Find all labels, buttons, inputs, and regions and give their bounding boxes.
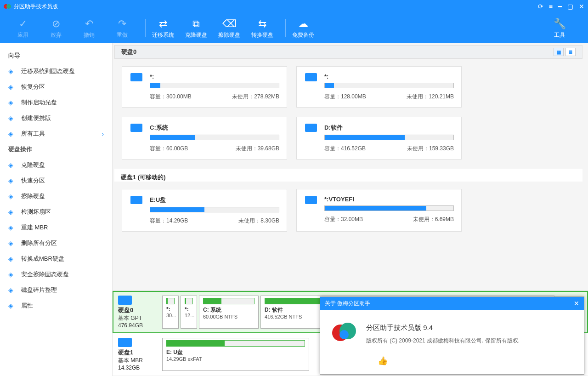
toolbar: ✓应用 ⊘放弃 ↶撤销 ↷重做 ⇄迁移系统 ⧉克隆硬盘 ⌫擦除硬盘 ⇆转换硬盘 … <box>0 13 588 43</box>
tools-button[interactable]: 🔧工具 <box>546 14 573 42</box>
disk-segment[interactable]: C: 系统 60.00GB NTFS <box>199 296 259 329</box>
create-portable-icon: ◈ <box>8 114 17 122</box>
window-title: 分区助手技术员版 <box>14 3 58 11</box>
all-tools-item[interactable]: ◈ 所有工具 › <box>0 126 112 142</box>
partition-card[interactable]: D:软件 容量：416.52GB 未使用：159.33GB <box>296 117 462 160</box>
disk1-map-size: 14.32GB <box>118 365 159 371</box>
redo-button: ↷重做 <box>108 14 136 42</box>
partition-name: *: <box>324 73 454 80</box>
wipe-disk-button[interactable]: ⌫擦除硬盘 <box>215 14 243 42</box>
migrate-icon: ⇄ <box>159 17 167 30</box>
make-boot-disc-icon: ◈ <box>8 99 17 106</box>
disk1-partitions: E:U盘 容量：14.29GB 未使用：8.30GB *:VTOYEFI 容量：… <box>113 182 584 239</box>
disk1-title: 硬盘1 (可移动的) <box>121 173 166 182</box>
wipe-icon: ⌫ <box>222 17 237 30</box>
sidebar: 向导 ◈ 迁移系统到固态硬盘 ◈ 恢复分区 ◈ 制作启动光盘 ◈ 创建便携版 ◈… <box>0 43 113 376</box>
defrag-icon: ◈ <box>8 286 17 294</box>
chevron-right-icon: › <box>102 131 104 137</box>
make-boot-disc-item[interactable]: ◈ 制作启动光盘 <box>0 95 112 110</box>
usage-bar <box>150 135 279 140</box>
sidebar-item-label: 属性 <box>21 302 33 310</box>
view-grid-button[interactable]: ▦ <box>554 48 564 56</box>
disk-segment[interactable]: E: U盘 14.29GB exFAT <box>162 338 309 371</box>
wipe-disk-icon: ◈ <box>8 193 17 200</box>
thumbs-up-icon[interactable]: 👍 <box>378 356 388 366</box>
partition-card[interactable]: E:U盘 容量：14.29GB 未使用：8.30GB <box>122 189 287 232</box>
capacity-label: 容量：128.00MB <box>324 93 366 101</box>
disk-map-0-info: 硬盘0 基本 GPT 476.94GB <box>118 296 159 329</box>
quick-partition-icon: ◈ <box>8 177 17 184</box>
partition-name: D:软件 <box>324 124 454 132</box>
bad-sector-icon: ◈ <box>8 208 17 216</box>
sidebar-item-label: 制作启动光盘 <box>21 98 57 107</box>
clone-disk-item[interactable]: ◈ 克隆硬盘 <box>0 157 112 173</box>
partition-card[interactable]: *: 容量：300.00MB 未使用：278.92MB <box>122 66 287 108</box>
segment-subtitle: 60.00GB NTFS <box>203 314 254 319</box>
sidebar-item-label: 检测坏扇区 <box>21 208 51 216</box>
segment-bar <box>185 298 193 304</box>
disk0-map-size: 476.94GB <box>118 322 159 329</box>
wipe-disk-item[interactable]: ◈ 擦除硬盘 <box>0 188 112 204</box>
disk0-header[interactable]: 硬盘0 ▦ ≣ <box>114 45 582 59</box>
segment-bar <box>166 340 305 347</box>
bad-sector-item[interactable]: ◈ 检测坏扇区 <box>0 204 112 220</box>
disk-icon <box>118 338 132 347</box>
cancel-icon: ⊘ <box>52 17 60 30</box>
delete-all-item[interactable]: ◈ 删除所有分区 <box>0 235 112 251</box>
create-portable-item[interactable]: ◈ 创建便携版 <box>0 110 112 126</box>
about-titlebar: 关于 傲梅分区助手 ✕ <box>320 297 584 310</box>
maximize-icon[interactable]: ▢ <box>567 3 573 10</box>
partition-card[interactable]: *:VTOYEFI 容量：32.00MB 未使用：6.69MB <box>296 189 462 232</box>
sidebar-item-label: 安全擦除固态硬盘 <box>21 270 69 279</box>
about-close-icon[interactable]: ✕ <box>574 300 579 307</box>
convert-disk-button[interactable]: ⇆转换硬盘 <box>249 14 276 42</box>
partition-card[interactable]: C:系统 容量：60.00GB 未使用：39.68GB <box>122 117 287 160</box>
capacity-label: 容量：416.52GB <box>324 145 366 153</box>
ssd-erase-item[interactable]: ◈ 安全擦除固态硬盘 <box>0 267 112 282</box>
disk1-header[interactable]: 硬盘1 (可移动的) <box>114 169 582 182</box>
separator <box>285 19 286 37</box>
refresh-icon[interactable]: ⟳ <box>538 3 543 10</box>
window-controls: ⟳ ≡ ━ ▢ ✕ <box>538 3 584 10</box>
unused-label: 未使用：120.21MB <box>407 93 454 101</box>
view-list-button[interactable]: ≣ <box>565 48 576 56</box>
defrag-item[interactable]: ◈ 磁盘碎片整理 <box>0 282 112 298</box>
undo-button: ↶撤销 <box>75 14 103 42</box>
minimize-icon[interactable]: ━ <box>558 3 562 10</box>
convert-mbr-item[interactable]: ◈ 转换成MBR硬盘 <box>0 251 112 267</box>
segment-title: C: 系统 <box>203 306 254 314</box>
sidebar-item-label: 所有工具 <box>21 130 45 138</box>
rebuild-mbr-item[interactable]: ◈ 重建 MBR <box>0 220 112 235</box>
free-backup-button[interactable]: ☁免费备份 <box>289 14 317 42</box>
segment-bar <box>203 298 254 304</box>
all-tools-icon: ◈ <box>8 130 17 137</box>
partition-name: E:U盘 <box>150 196 279 204</box>
properties-item[interactable]: ◈ 属性 <box>0 298 112 313</box>
clone-icon: ⧉ <box>192 17 200 30</box>
capacity-label: 容量：60.00GB <box>150 145 188 153</box>
partition-card[interactable]: *: 容量：128.00MB 未使用：120.21MB <box>296 66 462 108</box>
clone-disk-button[interactable]: ⧉克隆硬盘 <box>182 14 210 42</box>
sidebar-item-label: 恢复分区 <box>21 83 45 91</box>
drive-icon <box>305 124 317 132</box>
view-toggle: ▦ ≣ <box>554 48 576 56</box>
properties-icon: ◈ <box>8 302 17 309</box>
migrate-ssd-item[interactable]: ◈ 迁移系统到固态硬盘 <box>0 63 112 79</box>
separator <box>145 19 146 37</box>
close-icon[interactable]: ✕ <box>579 3 584 10</box>
disk-segment[interactable]: *: 30... <box>162 296 179 329</box>
windows-drive-icon <box>130 124 142 132</box>
redo-icon: ↷ <box>118 17 126 30</box>
migrate-os-button[interactable]: ⇄迁移系统 <box>149 14 177 42</box>
drive-icon <box>130 73 142 81</box>
partition-name: C:系统 <box>150 124 279 132</box>
recover-partition-item[interactable]: ◈ 恢复分区 <box>0 79 112 95</box>
undo-icon: ↶ <box>85 17 93 30</box>
segment-subtitle: 12... <box>185 313 193 318</box>
menu-icon[interactable]: ≡ <box>549 3 553 10</box>
segment-title: *: <box>185 306 193 313</box>
segment-title: E: U盘 <box>166 348 305 356</box>
usage-bar <box>324 83 454 88</box>
quick-partition-item[interactable]: ◈ 快速分区 <box>0 173 112 188</box>
disk-segment[interactable]: *: 12... <box>181 296 197 329</box>
